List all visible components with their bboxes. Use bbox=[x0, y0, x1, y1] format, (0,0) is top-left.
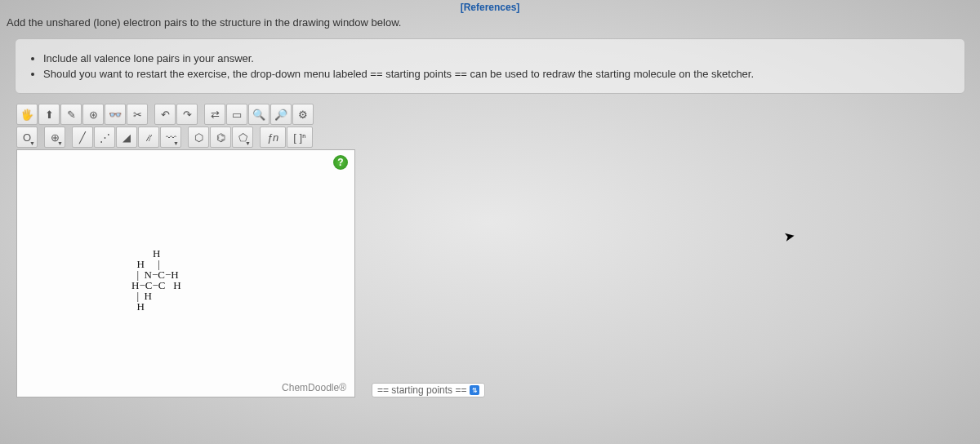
zoom-out-icon: 🔎 bbox=[274, 109, 287, 121]
hint-box: Include all valence lone pairs in your a… bbox=[15, 38, 965, 94]
ring-pent-button[interactable]: ⬠▼ bbox=[232, 127, 253, 148]
hand-icon: 🖐 bbox=[20, 109, 33, 121]
hexagon-icon: ⬡ bbox=[194, 131, 203, 144]
cut-button[interactable]: ✂ bbox=[127, 104, 148, 125]
undo-button[interactable]: ↶ bbox=[154, 104, 176, 125]
settings-button[interactable]: ⚙ bbox=[292, 104, 314, 125]
toolbar-row-2: O▼ ⊕▼ ╱ ⋰ ◢ ⫽ 〰▼ ⬡ ⌬ ⬠▼ ƒn [ ]ⁿ bbox=[16, 127, 980, 148]
glasses-icon: 👓 bbox=[109, 109, 122, 121]
gear-icon: ⚙ bbox=[298, 109, 308, 121]
ring-hex-button[interactable]: ⬡ bbox=[188, 127, 209, 148]
hand-tool-button[interactable]: 🖐 bbox=[16, 104, 38, 125]
mol-line: H bbox=[131, 301, 181, 312]
bond-icon: ╱ bbox=[79, 131, 86, 144]
fn-label: ƒn bbox=[267, 131, 278, 144]
zoom-in-button[interactable]: 🔍 bbox=[248, 104, 270, 125]
benzene-icon: ⌬ bbox=[216, 131, 225, 144]
chevron-down-icon: ▼ bbox=[57, 140, 63, 146]
question-prompt: Add the unshared (lone) electron pairs t… bbox=[0, 13, 980, 37]
flip-icon: ⇄ bbox=[211, 109, 220, 121]
toolbar-row-1: 🖐 ⬆ ✎ ⊛ 👓 ✂ ↶ ↷ ⇄ ▭ 🔍 🔎 ⚙ bbox=[16, 104, 980, 125]
atom-oxygen-button[interactable]: O▼ bbox=[16, 127, 38, 148]
undo-icon: ↶ bbox=[161, 109, 170, 121]
glasses-button[interactable]: 👓 bbox=[105, 104, 126, 125]
flip-button[interactable]: ⇄ bbox=[204, 104, 225, 125]
charge-plus-button[interactable]: ⊕▼ bbox=[44, 127, 65, 148]
bracket-label: [ ]ⁿ bbox=[293, 131, 306, 144]
redo-icon: ↷ bbox=[183, 109, 192, 121]
function-button[interactable]: ƒn bbox=[260, 127, 286, 148]
help-button[interactable]: ? bbox=[333, 155, 348, 170]
single-bond-button[interactable]: ╱ bbox=[72, 127, 93, 148]
hint-item: Include all valence lone pairs in your a… bbox=[43, 52, 953, 64]
wedge-down-button[interactable]: ⫽ bbox=[138, 127, 159, 148]
lone-pair-button[interactable]: ⋰ bbox=[94, 127, 115, 148]
target-icon: ⊛ bbox=[89, 109, 98, 121]
sketcher-toolbar: 🖐 ⬆ ✎ ⊛ 👓 ✂ ↶ ↷ ⇄ ▭ 🔍 🔎 ⚙ O▼ ⊕▼ ╱ ⋰ ◢ ⫽ … bbox=[16, 104, 980, 148]
hint-item: Should you want to restart the exercise,… bbox=[43, 68, 953, 80]
open-button[interactable]: ⬆ bbox=[38, 104, 60, 125]
select-caret-icon: ⇅ bbox=[470, 385, 479, 395]
chevron-down-icon: ▼ bbox=[29, 140, 35, 146]
open-icon: ⬆ bbox=[45, 109, 54, 121]
redo-button[interactable]: ↷ bbox=[176, 104, 198, 125]
starting-points-select[interactable]: == starting points == ⇅ bbox=[372, 383, 485, 397]
wedge-up-button[interactable]: ◢ bbox=[116, 127, 137, 148]
select-icon: ▭ bbox=[232, 109, 242, 121]
drawing-canvas[interactable]: ? H H | | N−C−H H−C−C H | H H ChemDoodle… bbox=[16, 149, 355, 397]
chemdoodle-badge: ChemDoodle® bbox=[282, 382, 346, 393]
ring-benzene-button[interactable]: ⌬ bbox=[210, 127, 231, 148]
scissors-icon: ✂ bbox=[133, 109, 142, 121]
bracket-button[interactable]: [ ]ⁿ bbox=[287, 127, 313, 148]
chevron-down-icon: ▼ bbox=[173, 140, 179, 146]
wavy-bond-button[interactable]: 〰▼ bbox=[160, 127, 181, 148]
pencil-icon: ✎ bbox=[67, 109, 76, 121]
center-button[interactable]: ⊛ bbox=[82, 104, 104, 125]
references-link[interactable]: [References] bbox=[461, 2, 520, 13]
mouse-cursor-icon: ➤ bbox=[782, 228, 795, 245]
zoom-in-icon: 🔍 bbox=[252, 109, 265, 121]
wedge-down-icon: ⫽ bbox=[144, 131, 154, 144]
wedge-up-icon: ◢ bbox=[122, 131, 131, 144]
dots-icon: ⋰ bbox=[100, 131, 110, 144]
draw-button[interactable]: ✎ bbox=[60, 104, 82, 125]
zoom-out-button[interactable]: 🔎 bbox=[270, 104, 292, 125]
chevron-down-icon: ▼ bbox=[245, 140, 251, 146]
starting-molecule: H H | | N−C−H H−C−C H | H H bbox=[131, 248, 181, 312]
starting-points-label: == starting points == bbox=[377, 384, 466, 396]
select-button[interactable]: ▭ bbox=[226, 104, 247, 125]
help-icon: ? bbox=[337, 157, 343, 168]
